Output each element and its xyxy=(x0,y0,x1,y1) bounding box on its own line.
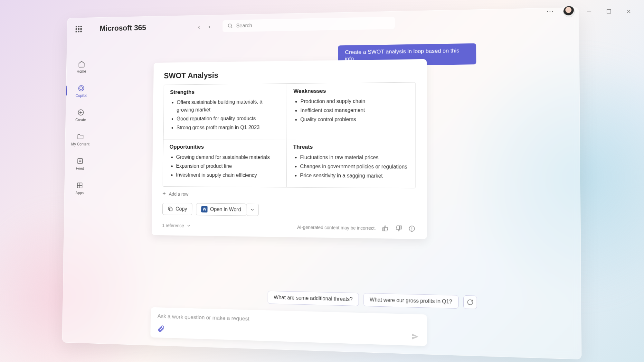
attach-icon[interactable] xyxy=(157,325,165,333)
open-word-button[interactable]: W Open in Word xyxy=(196,203,246,216)
folder-icon xyxy=(77,133,84,141)
add-row-label: Add a row xyxy=(169,191,188,196)
swot-opportunities: Opportunities Growing demand for sustain… xyxy=(163,139,287,187)
response-card: SWOT Analysis Strengths Offers sustainab… xyxy=(152,59,427,239)
svg-point-3 xyxy=(79,85,84,91)
search-placeholder: Search xyxy=(236,23,252,29)
swot-item: Strong gross profit margin in Q1 2023 xyxy=(176,124,280,132)
avatar[interactable] xyxy=(563,6,575,17)
swot-item: Production and supply chain xyxy=(300,97,409,106)
chat-content: Create a SWOT analysis in loop based on … xyxy=(105,38,567,359)
swot-item: Quality control problems xyxy=(300,115,409,124)
sidebar-item-label: My Content xyxy=(71,142,90,146)
sidebar-item-label: Copilot xyxy=(75,93,87,98)
swot-item: Fluctuations in raw material prices xyxy=(300,153,409,162)
swot-item: Good reputation for quality products xyxy=(176,115,280,123)
suggestion-chip[interactable]: What are some additional threats? xyxy=(268,291,359,306)
minimize-button[interactable]: ─ xyxy=(584,7,594,16)
chevron-down-icon xyxy=(186,223,191,228)
chat-input-placeholder: Ask a work question or make a request xyxy=(157,313,420,327)
swot-heading: Weaknesses xyxy=(293,87,409,95)
refresh-suggestions-button[interactable] xyxy=(463,295,477,309)
swot-item: Changes in government policies or regula… xyxy=(300,162,409,171)
apps-icon xyxy=(76,181,83,190)
sidebar-item-create[interactable]: Create xyxy=(70,107,91,124)
swot-item: Investment in supply chain efficiency xyxy=(176,171,280,179)
swot-grid: Strengths Offers sustainable building ma… xyxy=(163,82,415,188)
swot-heading: Opportunities xyxy=(169,144,280,150)
copy-button[interactable]: Copy xyxy=(162,203,193,215)
swot-item: Offers sustainable building materials, a… xyxy=(177,98,280,114)
sidebar-item-label: Home xyxy=(77,69,86,74)
swot-title: SWOT Analysis xyxy=(164,69,416,80)
close-button[interactable]: ✕ xyxy=(623,7,634,16)
search-input[interactable]: Search xyxy=(223,17,395,32)
thumbs-up-icon[interactable] xyxy=(382,225,389,232)
thumbs-down-icon[interactable] xyxy=(395,225,402,232)
maximize-button[interactable] xyxy=(603,7,614,16)
nav-back-icon[interactable]: ‹ xyxy=(198,23,200,30)
suggestion-row: What are some additional threats? What w… xyxy=(268,291,477,309)
sidebar-item-label: Create xyxy=(75,118,86,122)
svg-point-16 xyxy=(412,230,412,230)
svg-line-1 xyxy=(231,27,232,28)
brand-title: Microsoft 365 xyxy=(99,23,146,33)
search-icon xyxy=(228,23,233,29)
refresh-icon xyxy=(467,299,473,305)
swot-heading: Threats xyxy=(293,144,409,150)
sidebar-item-home[interactable]: Home xyxy=(71,58,92,76)
chat-input[interactable]: Ask a work question or make a request xyxy=(150,307,427,346)
swot-threats: Threats Fluctuations in raw material pri… xyxy=(287,139,415,188)
app-launcher-icon[interactable] xyxy=(76,26,82,32)
sidebar-item-label: Apps xyxy=(75,191,84,195)
word-icon: W xyxy=(201,206,208,212)
window-titlebar: ⋯ ─ ✕ xyxy=(546,6,634,17)
copy-label: Copy xyxy=(175,206,187,212)
svg-point-2 xyxy=(80,87,82,90)
swot-item: Expansion of product line xyxy=(176,162,280,170)
nav-forward-icon[interactable]: › xyxy=(208,23,210,30)
swot-strengths: Strengths Offers sustainable building ma… xyxy=(164,84,287,139)
plus-icon: + xyxy=(163,190,166,197)
suggestion-chip[interactable]: What were our gross profits in Q1? xyxy=(364,293,459,309)
disclaimer-text: AI-generated content may be incorrect. xyxy=(297,225,376,231)
report-icon[interactable] xyxy=(408,225,416,232)
more-menu-icon[interactable]: ⋯ xyxy=(546,7,554,16)
sidebar-item-apps[interactable]: Apps xyxy=(69,180,91,197)
swot-heading: Strengths xyxy=(170,88,280,96)
add-row-button[interactable]: + Add a row xyxy=(163,190,416,199)
chevron-down-icon xyxy=(250,208,255,212)
sidebar-item-mycontent[interactable]: My Content xyxy=(70,131,91,148)
open-word-label: Open in Word xyxy=(210,207,241,213)
copilot-icon xyxy=(77,84,85,92)
svg-rect-7 xyxy=(78,159,82,164)
sidebar-item-copilot[interactable]: Copilot xyxy=(70,82,92,100)
swot-item: Inefficient cost management xyxy=(300,106,409,115)
sidebar-item-label: Feed xyxy=(76,166,84,171)
swot-weaknesses: Weaknesses Production and supply chain I… xyxy=(287,82,415,139)
home-icon xyxy=(78,60,85,68)
plus-circle-icon xyxy=(77,108,85,116)
sidebar-item-feed[interactable]: Feed xyxy=(69,155,91,173)
swot-item: Growing demand for sustainable materials xyxy=(176,153,280,161)
feed-icon xyxy=(76,157,84,165)
swot-item: Price sensitivity in a sagging market xyxy=(300,172,409,180)
copy-icon xyxy=(167,206,173,212)
svg-rect-13 xyxy=(169,208,172,211)
app-window: Microsoft 365 ‹ › Search Home Copilot Cr… xyxy=(62,7,582,360)
references-toggle[interactable]: 1 reference xyxy=(162,223,191,228)
sidebar: Home Copilot Create My Content Feed Apps xyxy=(65,58,97,197)
references-label: 1 reference xyxy=(162,223,184,228)
send-icon[interactable] xyxy=(411,332,420,341)
topbar: Microsoft 365 ‹ › Search xyxy=(67,8,579,38)
open-word-dropdown[interactable] xyxy=(246,204,259,216)
